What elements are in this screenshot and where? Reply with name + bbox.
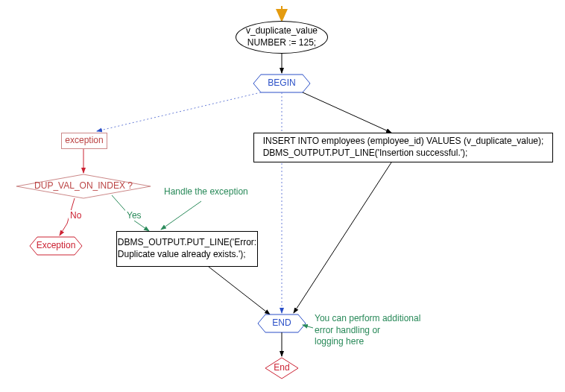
insert-statement-node: INSERT INTO employees (employee_id) VALU… bbox=[253, 133, 553, 162]
end-terminal-label: End bbox=[265, 362, 298, 373]
edge-label-no: No bbox=[69, 210, 83, 221]
exception-node: exception bbox=[61, 133, 107, 149]
comment-additional-handling: You can perform additional error handlin… bbox=[315, 313, 420, 348]
svg-line-11 bbox=[161, 201, 201, 230]
end-node-label: END bbox=[258, 317, 306, 328]
comment-handle-exception: Handle the exception bbox=[164, 186, 248, 198]
svg-line-4 bbox=[97, 92, 261, 131]
dup-val-check-label: DUP_VAL_ON_INDEX ? bbox=[16, 180, 151, 191]
svg-line-3 bbox=[303, 92, 391, 133]
start-declaration-node: v_duplicate_value NUMBER := 125; bbox=[236, 21, 328, 54]
edge-label-yes: Yes bbox=[125, 210, 143, 221]
begin-node-label: BEGIN bbox=[253, 75, 310, 92]
svg-line-10 bbox=[209, 267, 270, 314]
exception-terminal-label: Exception bbox=[33, 240, 79, 250]
exception-handler-node: DBMS_OUTPUT.PUT_LINE('Error: Duplicate v… bbox=[116, 231, 258, 267]
svg-line-6 bbox=[294, 162, 391, 313]
